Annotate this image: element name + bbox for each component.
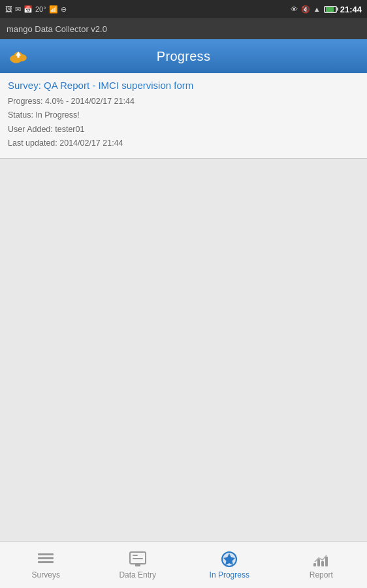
svg-rect-5	[38, 553, 54, 555]
eye-icon: 👁	[291, 5, 298, 13]
minus-icon: ⊖	[61, 5, 67, 14]
survey-last-updated: Last updated: 2014/02/17 21:44	[8, 137, 359, 150]
survey-status: Status: In Progress!	[8, 108, 359, 122]
svg-rect-16	[317, 559, 320, 566]
svg-rect-18	[325, 557, 328, 566]
nav-item-data-entry[interactable]: Data Entry	[92, 542, 184, 588]
mail-icon: ✉	[15, 5, 21, 14]
image-icon: 🖼	[5, 5, 12, 13]
status-bar-left: 🖼 ✉ 📅 20° 📶 ⊖	[5, 5, 67, 14]
mute-icon: 🔇	[301, 5, 310, 14]
nav-item-in-progress[interactable]: In Progress	[184, 542, 276, 588]
surveys-label: Surveys	[32, 570, 60, 580]
header-title: Progress	[157, 49, 210, 64]
svg-rect-9	[133, 555, 138, 556]
survey-card[interactable]: Survey: QA Report - IMCI supervision for…	[0, 73, 367, 159]
status-bar: 🖼 ✉ 📅 20° 📶 ⊖ 👁 🔇 ▲ 21:44	[0, 0, 367, 18]
survey-title: Survey: QA Report - IMCI supervision for…	[8, 80, 359, 91]
status-bar-right: 👁 🔇 ▲ 21:44	[291, 5, 362, 14]
data-entry-icon	[128, 551, 148, 568]
wifi-icon: 📶	[49, 5, 58, 14]
bottom-nav: Surveys Data Entry In Progress	[0, 541, 367, 588]
svg-rect-15	[313, 563, 316, 566]
data-entry-label: Data Entry	[119, 570, 156, 580]
battery-icon	[324, 6, 337, 13]
report-icon	[311, 551, 331, 568]
cloud-icon-container	[8, 49, 29, 63]
nav-item-report[interactable]: Report	[276, 542, 368, 588]
svg-rect-11	[135, 564, 140, 566]
survey-user-added: User Added: tester01	[8, 123, 359, 137]
svg-rect-6	[38, 557, 54, 559]
svg-rect-17	[321, 561, 324, 566]
svg-rect-7	[38, 561, 54, 563]
main-content: Survey: QA Report - IMCI supervision for…	[0, 73, 367, 541]
survey-progress: Progress: 4.0% - 2014/02/17 21:44	[8, 95, 359, 108]
report-label: Report	[310, 570, 333, 580]
svg-rect-10	[133, 558, 143, 559]
in-progress-icon	[219, 551, 239, 568]
svg-rect-4	[17, 55, 19, 57]
header: Progress	[0, 39, 367, 73]
signal-icon: ▲	[313, 5, 321, 13]
cloud-icon	[8, 49, 29, 63]
in-progress-label: In Progress	[210, 570, 249, 580]
nav-item-surveys[interactable]: Surveys	[0, 542, 92, 588]
temperature-text: 20°	[35, 5, 46, 13]
app-titlebar: mango Data Collector v2.0	[0, 18, 367, 39]
status-time: 21:44	[340, 5, 362, 14]
surveys-icon	[36, 551, 56, 568]
app-title: mango Data Collector v2.0	[7, 24, 107, 34]
calendar-icon: 📅	[24, 5, 33, 14]
